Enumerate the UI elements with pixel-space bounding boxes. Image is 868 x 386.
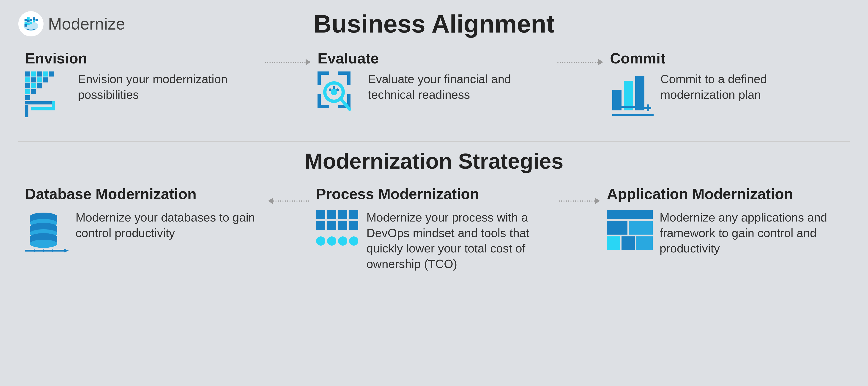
svg-rect-27 <box>25 101 55 104</box>
strat-database: Database Modernization <box>18 185 268 257</box>
svg-rect-13 <box>25 77 30 83</box>
step-envision-content: Envision your modernization possibilitie… <box>25 71 258 118</box>
svg-rect-21 <box>37 71 42 76</box>
step-commit-text: Commit to a defined modernization plan <box>660 71 843 102</box>
arrow-db-process <box>268 185 309 204</box>
evaluate-icon <box>317 71 361 121</box>
step-evaluate-label: Evaluate <box>317 50 379 67</box>
step-commit: Commit <box>603 50 850 118</box>
svg-rect-16 <box>25 95 30 100</box>
strat-application: Application Modernization <box>600 185 850 256</box>
process-icon <box>316 210 360 257</box>
step-evaluate-text: Evaluate your financial and technical re… <box>368 71 550 102</box>
step-envision-header: Envision <box>25 50 258 67</box>
page-header: Modernize Business Alignment <box>18 9 850 38</box>
svg-rect-36 <box>317 105 329 108</box>
svg-rect-29 <box>31 107 55 110</box>
strat-application-content: Modernize any applications and framework… <box>607 210 843 256</box>
svg-rect-1 <box>25 19 27 21</box>
arrow-evaluate-commit <box>557 50 603 65</box>
svg-rect-74 <box>349 221 358 230</box>
svg-rect-25 <box>43 77 48 83</box>
step-commit-label: Commit <box>610 50 665 67</box>
svg-rect-10 <box>33 20 35 23</box>
svg-rect-2 <box>25 22 27 24</box>
svg-rect-8 <box>30 22 32 24</box>
bidir-arrow-1 <box>268 198 309 204</box>
svg-rect-22 <box>37 77 42 83</box>
svg-rect-11 <box>35 19 38 21</box>
svg-rect-80 <box>607 221 627 234</box>
svg-point-44 <box>336 89 339 91</box>
svg-rect-17 <box>31 71 36 76</box>
svg-rect-9 <box>33 18 35 20</box>
strat-process-label: Process Modernization <box>316 185 552 203</box>
svg-rect-49 <box>612 106 635 108</box>
svg-rect-12 <box>25 71 30 76</box>
svg-rect-81 <box>629 221 653 234</box>
svg-rect-20 <box>31 89 36 94</box>
svg-point-76 <box>327 236 336 246</box>
svg-rect-69 <box>338 210 347 219</box>
svg-rect-6 <box>27 23 30 25</box>
application-icon <box>607 210 653 252</box>
svg-rect-7 <box>30 19 32 21</box>
database-icon <box>25 210 69 257</box>
svg-rect-3 <box>25 24 27 27</box>
svg-point-78 <box>349 236 358 246</box>
svg-rect-73 <box>338 221 347 230</box>
svg-rect-32 <box>317 71 329 75</box>
logo-area: Modernize <box>18 11 133 36</box>
svg-rect-14 <box>25 84 30 89</box>
svg-rect-18 <box>31 77 36 83</box>
svg-rect-79 <box>607 210 653 219</box>
svg-rect-5 <box>27 20 30 23</box>
svg-point-66 <box>52 250 54 252</box>
strategies-row: Database Modernization <box>18 185 850 272</box>
strat-database-label: Database Modernization <box>25 185 261 203</box>
svg-rect-83 <box>621 236 635 250</box>
svg-rect-24 <box>43 71 48 76</box>
step-evaluate-content: Evaluate your financial and technical re… <box>317 71 550 121</box>
dotted-arrow-2 <box>557 59 603 65</box>
svg-rect-47 <box>635 76 644 110</box>
svg-rect-70 <box>349 210 358 219</box>
svg-rect-30 <box>52 101 55 110</box>
svg-rect-34 <box>338 71 349 75</box>
strat-process: Process Modernization <box>309 185 559 272</box>
svg-rect-82 <box>607 236 620 250</box>
svg-rect-19 <box>31 84 36 89</box>
svg-point-42 <box>329 89 332 91</box>
step-envision: Envision <box>18 50 265 118</box>
svg-marker-62 <box>64 249 69 252</box>
arrow-process-app <box>559 185 600 204</box>
svg-rect-23 <box>37 84 42 89</box>
svg-rect-28 <box>25 105 28 117</box>
svg-point-75 <box>316 236 325 246</box>
modernization-strategies-section: Modernization Strategies Database Modern… <box>18 149 850 272</box>
strat-application-text: Modernize any applications and framework… <box>659 210 843 256</box>
strat-process-content: Modernize your process with a DevOps min… <box>316 210 552 272</box>
bidir-arrow-2 <box>559 198 600 204</box>
svg-point-77 <box>338 236 347 246</box>
strat-application-label: Application Modernization <box>607 185 843 203</box>
logo-icon <box>18 11 43 36</box>
section-divider <box>18 141 850 142</box>
strat-process-text: Modernize your process with a DevOps min… <box>367 210 552 272</box>
strategies-title: Modernization Strategies <box>18 149 850 174</box>
svg-point-64 <box>33 250 35 252</box>
svg-rect-15 <box>25 89 30 94</box>
steps-row: Envision <box>18 50 850 121</box>
svg-rect-26 <box>49 71 54 76</box>
svg-rect-72 <box>327 221 336 230</box>
main-title: Business Alignment <box>133 9 735 38</box>
envision-icon <box>25 71 71 118</box>
svg-point-40 <box>331 89 337 95</box>
step-commit-header: Commit <box>610 50 843 67</box>
step-envision-label: Envision <box>25 50 87 67</box>
commit-icon <box>610 71 654 118</box>
step-envision-text: Envision your modernization possibilitie… <box>78 71 258 102</box>
logo-text: Modernize <box>48 14 125 33</box>
step-evaluate-header: Evaluate <box>317 50 550 67</box>
strat-database-content: Modernize your databases to gain control… <box>25 210 261 257</box>
